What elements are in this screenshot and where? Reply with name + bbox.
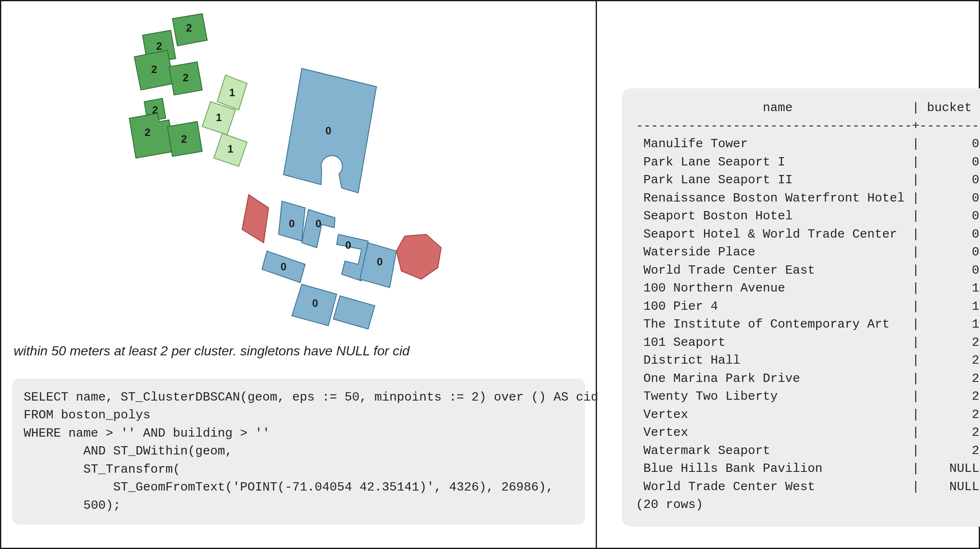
cluster-label: 0: [315, 218, 321, 229]
cluster-label: 1: [229, 87, 235, 98]
cluster-label: 2: [183, 72, 189, 83]
sql-code-block: SELECT name, ST_ClusterDBSCAN(geom, eps …: [12, 379, 585, 525]
building-polygon: [396, 234, 441, 279]
building-polygon: [333, 296, 375, 329]
map-caption: within 50 meters at least 2 per cluster.…: [14, 343, 585, 359]
building-polygon: [242, 194, 269, 243]
cluster-label: 2: [186, 22, 192, 34]
cluster-label: 2: [151, 63, 157, 75]
cluster-label: 2: [156, 40, 162, 52]
cluster-map: 22222221110000000: [12, 9, 585, 341]
cluster-label: 2: [181, 133, 187, 145]
cluster-label: 0: [325, 125, 331, 136]
cluster-label: 2: [145, 126, 150, 138]
query-results: name | bucket --------------------------…: [622, 88, 980, 527]
left-pane: 22222221110000000 within 50 meters at le…: [1, 1, 597, 548]
cluster-label: 0: [289, 218, 295, 229]
right-pane: name | bucket --------------------------…: [597, 1, 980, 548]
cluster-label: 0: [312, 297, 318, 309]
cluster-label: 0: [345, 239, 351, 251]
cluster-label: 0: [377, 256, 383, 267]
building-polygon: [129, 113, 174, 158]
cluster-label: 0: [281, 261, 286, 272]
cluster-label: 1: [216, 112, 222, 123]
cluster-label: 1: [228, 143, 233, 155]
